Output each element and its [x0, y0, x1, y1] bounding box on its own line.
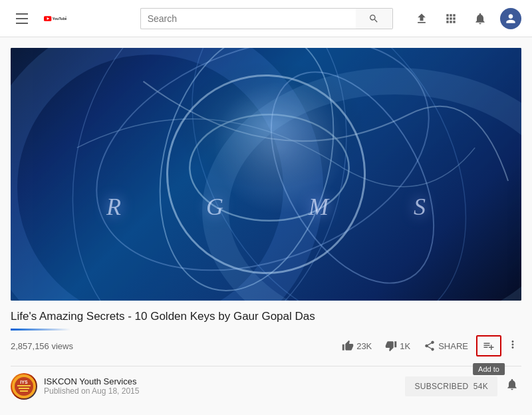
video-container[interactable]: R G M S	[11, 48, 521, 301]
save-tooltip: Add to	[473, 363, 505, 375]
video-thumbnail: R G M S	[11, 48, 521, 301]
main-content: R G M S Life's Amazing Secrets - 10 Gold…	[0, 37, 532, 406]
hamburger-button[interactable]	[11, 8, 33, 29]
header-right	[412, 8, 521, 29]
progress-bar	[11, 329, 70, 331]
playlist-add-icon	[483, 340, 495, 352]
channel-details: ISKCON Youth Services Published on Aug 1…	[44, 376, 139, 396]
youtube-logo-icon: YouTube JP	[44, 11, 66, 27]
more-icon	[507, 339, 519, 350]
apps-icon	[444, 12, 458, 25]
channel-publish-date: Published on Aug 18, 2015	[44, 386, 139, 396]
upload-icon	[415, 12, 428, 25]
video-meta-row: 2,857,156 views 23K 1K	[11, 335, 521, 358]
save-button[interactable]	[476, 335, 501, 356]
svg-text:YouTube: YouTube	[53, 16, 66, 20]
header: YouTube JP	[0, 0, 532, 37]
letters-row: R G M S	[11, 193, 521, 221]
channel-avatar-inner: IYS	[11, 373, 37, 400]
more-button[interactable]	[504, 335, 521, 358]
hamburger-icon	[13, 11, 31, 27]
letter-s: S	[414, 193, 426, 221]
save-button-wrapper: Add to	[476, 335, 501, 356]
channel-right: SUBSCRIBED 54K	[405, 375, 521, 397]
channel-name[interactable]: ISKCON Youth Services	[44, 376, 139, 386]
apps-button[interactable]	[442, 9, 460, 28]
view-count: 2,857,156 views	[11, 341, 73, 351]
channel-bell-icon	[505, 378, 519, 391]
dislike-button[interactable]: 1K	[380, 336, 416, 356]
like-count: 23K	[356, 341, 372, 351]
channel-logo-icon: IYS	[12, 374, 36, 398]
letter-g: G	[206, 193, 223, 221]
letter-m: M	[309, 193, 329, 221]
svg-rect-13	[19, 388, 29, 389]
svg-text:JP: JP	[65, 15, 66, 18]
search-button[interactable]	[356, 8, 393, 29]
dislike-icon	[385, 340, 397, 352]
channel-left: IYS ISKCON Youth Services Published on A…	[11, 373, 139, 400]
search-form	[140, 8, 393, 29]
svg-rect-14	[20, 390, 28, 392]
subscribed-button[interactable]: SUBSCRIBED 54K	[405, 376, 497, 396]
share-icon	[424, 340, 436, 352]
search-input[interactable]	[140, 8, 356, 29]
header-left: YouTube JP	[11, 8, 130, 29]
upload-button[interactable]	[412, 9, 431, 28]
share-label: SHARE	[438, 341, 468, 351]
channel-bell-button[interactable]	[503, 375, 521, 397]
svg-text:IYS: IYS	[20, 380, 28, 384]
swirl-svg	[11, 48, 521, 301]
search-icon	[368, 13, 379, 24]
bell-icon	[473, 12, 487, 25]
logo-container[interactable]: YouTube JP	[44, 11, 66, 27]
subscribed-label: SUBSCRIBED	[414, 382, 468, 391]
share-button[interactable]: SHARE	[418, 336, 473, 356]
notifications-button[interactable]	[471, 9, 489, 28]
channel-row: IYS ISKCON Youth Services Published on A…	[11, 366, 521, 406]
avatar[interactable]	[500, 8, 521, 29]
subscriber-count: 54K	[473, 382, 488, 391]
avatar-icon	[504, 12, 517, 25]
video-info: Life's Amazing Secrets - 10 Golden Keys …	[11, 301, 521, 363]
action-buttons: 23K 1K SHARE	[336, 335, 521, 358]
like-button[interactable]: 23K	[336, 336, 377, 356]
video-title: Life's Amazing Secrets - 10 Golden Keys …	[11, 309, 521, 325]
dislike-count: 1K	[400, 341, 410, 351]
like-icon	[342, 340, 354, 352]
letter-r: R	[106, 193, 121, 221]
svg-rect-12	[17, 385, 31, 386]
channel-avatar[interactable]: IYS	[11, 373, 37, 400]
